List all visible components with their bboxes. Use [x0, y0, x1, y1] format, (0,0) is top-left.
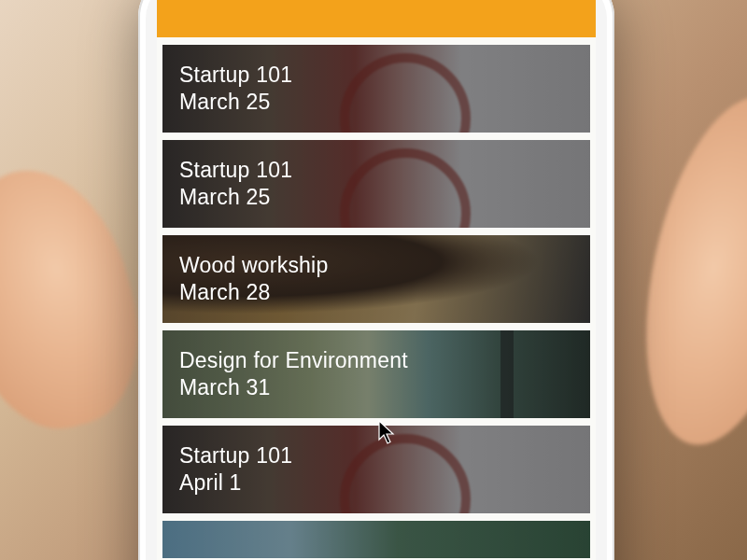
event-card[interactable]: Startup 101 March 25 — [162, 140, 590, 228]
event-title: Design for Environment — [179, 347, 590, 374]
event-title: Startup 101 — [179, 442, 590, 469]
phone-frame: Startup 101 March 25 Startup 101 March 2… — [138, 0, 614, 560]
event-card[interactable]: Wood workship March 28 — [162, 235, 590, 323]
event-date: March 25 — [179, 89, 590, 116]
event-title: Wood workship — [179, 252, 590, 279]
event-list[interactable]: Startup 101 March 25 Startup 101 March 2… — [157, 37, 596, 558]
event-title: Startup 101 — [179, 157, 590, 184]
app-header — [157, 0, 596, 37]
event-date: March 31 — [179, 374, 590, 401]
event-date: March 25 — [179, 184, 590, 211]
event-date: March 28 — [179, 279, 590, 306]
event-card[interactable]: Design for Environment March 31 — [162, 330, 590, 418]
event-date: April 1 — [179, 469, 590, 497]
event-background — [162, 521, 590, 558]
event-title: Startup 101 — [179, 62, 590, 89]
event-card[interactable]: Startup 101 March 25 — [162, 45, 590, 133]
event-card[interactable] — [162, 521, 590, 558]
app-screen: Startup 101 March 25 Startup 101 March 2… — [157, 0, 596, 560]
event-card[interactable]: Startup 101 April 1 — [162, 426, 590, 513]
hand-right — [618, 82, 747, 460]
